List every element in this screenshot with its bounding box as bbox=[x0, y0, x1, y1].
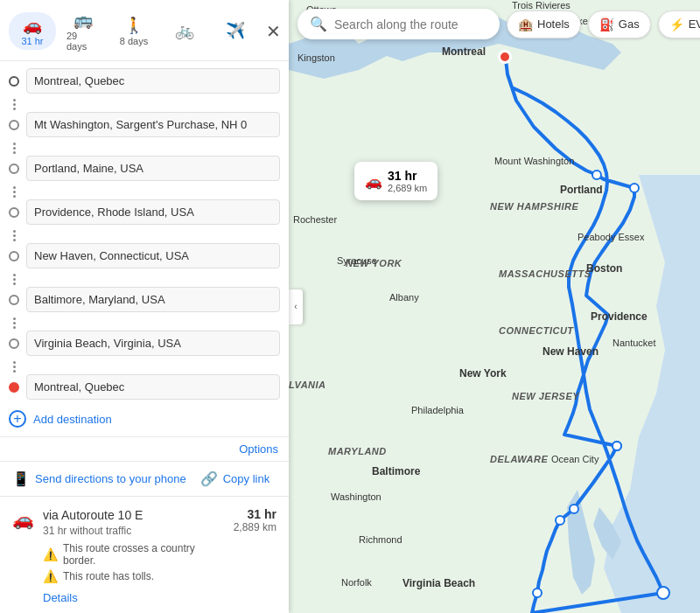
waypoint-connector-4 bbox=[9, 230, 280, 241]
ev-icon: ⚡ bbox=[669, 17, 684, 31]
waypoint-input-7[interactable] bbox=[26, 331, 280, 356]
gas-filter-button[interactable]: ⛽ Gas bbox=[588, 10, 651, 38]
connector bbox=[9, 99, 19, 110]
route-name: via Autoroute 10 E bbox=[43, 508, 143, 522]
route-header: 🚗 via Autoroute 10 E 31 hr without traff… bbox=[12, 507, 276, 605]
hotels-icon: 🏨 bbox=[518, 17, 533, 31]
walk-icon: 🚶 bbox=[124, 16, 144, 35]
search-input[interactable] bbox=[334, 17, 487, 31]
waypoint-connector-2 bbox=[9, 143, 280, 154]
warning-text-1: This route crosses a country border. bbox=[63, 542, 225, 567]
map-panel[interactable]: Ottawa Montreal Sherbrooke Kingston Moun… bbox=[289, 0, 700, 613]
waypoint-input-5[interactable] bbox=[26, 243, 280, 268]
waypoint-connector-7 bbox=[9, 361, 280, 373]
gas-label: Gas bbox=[619, 17, 640, 31]
ev-filter-button[interactable]: ⚡ EV charging bbox=[658, 10, 700, 38]
waypoint-input-4[interactable] bbox=[26, 199, 280, 225]
svg-point-7 bbox=[556, 516, 564, 525]
waypoint-dot-5 bbox=[9, 251, 19, 261]
waypoint-row bbox=[9, 331, 280, 356]
waypoint-connector-6 bbox=[9, 317, 280, 329]
waypoint-dot-4 bbox=[9, 207, 19, 218]
map-route-car-icon: 🚗 bbox=[365, 173, 382, 190]
waypoint-connector-5 bbox=[9, 274, 280, 285]
chevron-left-icon: ‹ bbox=[294, 302, 297, 311]
waypoint-row bbox=[9, 156, 280, 181]
warning-text-2: This route has tolls. bbox=[63, 570, 154, 582]
close-button[interactable]: ✕ bbox=[262, 17, 284, 45]
mode-fly[interactable]: ✈️ bbox=[212, 17, 259, 45]
left-panel: 🚗 31 hr 🚌 29 days 🚶 8 days 🚲 ✈️ ✕ bbox=[0, 0, 289, 613]
waypoint-row bbox=[9, 112, 280, 137]
waypoint-dot-6 bbox=[9, 295, 19, 305]
drive-icon: 🚗 bbox=[23, 16, 42, 35]
svg-point-8 bbox=[533, 589, 542, 597]
waypoint-input-8[interactable] bbox=[26, 374, 280, 400]
svg-point-9 bbox=[657, 587, 669, 599]
connector bbox=[9, 143, 19, 154]
options-button[interactable]: Options bbox=[239, 442, 278, 456]
transport-modes: 🚗 31 hr 🚌 29 days 🚶 8 days 🚲 ✈️ ✕ bbox=[0, 0, 289, 61]
waypoint-input-3[interactable] bbox=[26, 156, 280, 181]
route-result: 🚗 via Autoroute 10 E 31 hr without traff… bbox=[0, 497, 289, 613]
hotels-filter-button[interactable]: 🏨 Hotels bbox=[507, 10, 581, 38]
transit-icon: 🚌 bbox=[74, 10, 93, 30]
warning-icon-1: ⚠️ bbox=[43, 547, 58, 561]
waypoint-row bbox=[9, 68, 280, 94]
waypoint-dot-origin bbox=[9, 76, 19, 87]
route-warnings: ⚠️ This route crosses a country border. … bbox=[43, 542, 225, 583]
route-distance: 2,889 km bbox=[234, 521, 276, 533]
waypoint-dot-destination bbox=[9, 382, 19, 393]
warning-border: ⚠️ This route crosses a country border. bbox=[43, 542, 225, 567]
map-collapse-button[interactable]: ‹ bbox=[289, 289, 303, 324]
route-duration: 31 hr bbox=[234, 507, 276, 521]
waypoint-dot-3 bbox=[9, 164, 19, 174]
car-icon: 🚗 bbox=[12, 509, 34, 530]
mode-walk[interactable]: 🚶 8 days bbox=[110, 12, 158, 50]
actions-row: 📱 Send directions to your phone 🔗 Copy l… bbox=[0, 462, 289, 497]
walk-time: 8 days bbox=[120, 36, 148, 46]
drive-time: 31 hr bbox=[21, 36, 43, 46]
route-info: via Autoroute 10 E 31 hr without traffic… bbox=[43, 507, 225, 605]
copy-link-button[interactable]: 🔗 Copy link bbox=[200, 470, 270, 487]
send-directions-button[interactable]: 📱 Send directions to your phone bbox=[12, 470, 186, 487]
waypoint-input-6[interactable] bbox=[26, 287, 280, 312]
map-route-time: 31 hr bbox=[388, 169, 427, 183]
connector bbox=[9, 317, 19, 329]
connector bbox=[9, 274, 19, 285]
svg-point-6 bbox=[570, 505, 578, 513]
waypoint-row bbox=[9, 374, 280, 400]
map-route-distance: 2,689 km bbox=[388, 183, 427, 193]
waypoint-connector-3 bbox=[9, 186, 280, 198]
search-box: 🔍 bbox=[298, 9, 500, 39]
mode-drive[interactable]: 🚗 31 hr bbox=[9, 12, 56, 50]
warning-tolls: ⚠️ This route has tolls. bbox=[43, 569, 225, 583]
link-icon: 🔗 bbox=[200, 470, 218, 487]
details-link[interactable]: Details bbox=[43, 591, 78, 604]
waypoint-row bbox=[9, 243, 280, 268]
mode-cycle[interactable]: 🚲 bbox=[161, 17, 208, 45]
svg-point-10 bbox=[500, 52, 510, 62]
waypoint-dot-2 bbox=[9, 120, 19, 130]
svg-point-2 bbox=[592, 171, 601, 179]
warning-icon-2: ⚠️ bbox=[43, 569, 58, 583]
add-destination-label: Add destination bbox=[33, 413, 112, 426]
options-row: Options bbox=[0, 437, 289, 462]
search-icon: 🔍 bbox=[310, 16, 327, 32]
waypoint-input-2[interactable] bbox=[26, 112, 280, 137]
waypoint-input-1[interactable] bbox=[26, 68, 280, 94]
waypoint-row bbox=[9, 199, 280, 225]
fly-icon: ✈️ bbox=[226, 21, 245, 40]
add-destination-row[interactable]: + Add destination bbox=[9, 407, 280, 429]
connector bbox=[9, 186, 19, 198]
mode-transit[interactable]: 🚌 29 days bbox=[60, 7, 107, 55]
waypoints-section: + Add destination bbox=[0, 61, 289, 437]
add-destination-icon: + bbox=[9, 410, 26, 428]
cycle-icon: 🚲 bbox=[175, 21, 194, 40]
map-route-info: 31 hr 2,689 km bbox=[388, 169, 427, 193]
map-route-box: 🚗 31 hr 2,689 km bbox=[354, 162, 438, 200]
copy-label: Copy link bbox=[223, 472, 270, 485]
svg-point-5 bbox=[612, 442, 621, 450]
route-duration-block: 31 hr 2,889 km bbox=[234, 507, 276, 533]
hotels-label: Hotels bbox=[537, 17, 570, 31]
